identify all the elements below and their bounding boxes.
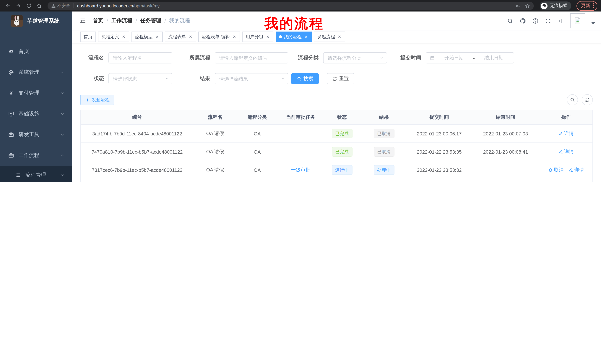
cancel-link[interactable]: 取消 — [549, 167, 564, 173]
close-tab-icon[interactable]: ✕ — [188, 35, 193, 39]
status-badge: 已完成 — [331, 147, 352, 157]
detail-link[interactable]: 详情 — [559, 130, 574, 137]
tab-发起流程[interactable]: 发起流程✕ — [314, 31, 345, 42]
filter-label-category: 流程分类 — [291, 55, 323, 61]
sidebar-item-infra[interactable]: 基础设施 — [0, 104, 72, 124]
breadcrumb-item[interactable]: 首页 — [93, 18, 103, 24]
close-tab-icon[interactable]: ✕ — [232, 35, 237, 39]
search-button[interactable]: 搜索 — [291, 73, 319, 84]
font-size-icon[interactable] — [558, 18, 564, 24]
browser-home-icon[interactable] — [35, 2, 43, 10]
detail-link[interactable]: 详情 — [559, 148, 574, 155]
process-def-input[interactable] — [215, 52, 288, 63]
sidebar-menu: 首页系统管理支付管理基础设施研发工具工作流程流程管理任务管理我的流程待办任务已办… — [0, 41, 72, 182]
column-header: 提交时间 — [407, 110, 471, 125]
cell-category: OA — [236, 125, 278, 143]
breadcrumb: 首页/工作流程/任务管理/我的流程 — [93, 18, 190, 24]
tag-bar: 首页流程定义✕流程模型✕流程表单✕流程表单-编辑✕用户分组✕我的流程✕发起流程✕ — [72, 30, 601, 43]
cell-status: 进行中 — [323, 161, 361, 179]
plus-icon — [85, 97, 90, 102]
address-bar[interactable]: 不安全 dashboard.yudao.iocoder.cn/bpm/task/… — [48, 2, 534, 10]
cell-result: 处理中 — [361, 161, 407, 179]
filter-label-result: 结果 — [180, 75, 215, 82]
reset-button[interactable]: 重置 — [327, 73, 354, 84]
sidebar-item-home[interactable]: 首页 — [0, 41, 72, 62]
filter-row-1: 流程名 所属流程 流程分类 提交时间 开始日期 - 结束日期 — [80, 52, 593, 63]
tab-用户分组[interactable]: 用户分组✕ — [242, 31, 273, 42]
close-tab-icon[interactable]: ✕ — [266, 35, 270, 39]
fullscreen-icon[interactable] — [545, 18, 551, 24]
url-text[interactable]: dashboard.yudao.iocoder.cn/bpm/task/my — [77, 3, 512, 8]
chevron-down-icon — [60, 173, 65, 177]
status-select[interactable] — [109, 73, 172, 84]
task-link[interactable]: 一级审批 — [291, 167, 310, 173]
sidebar-item-payment[interactable]: 支付管理 — [0, 83, 72, 104]
avatar-dropdown-icon[interactable] — [591, 22, 595, 25]
start-process-button[interactable]: 发起流程 — [80, 95, 114, 105]
sidebar-item-process-mgmt[interactable]: 流程管理 — [0, 166, 72, 182]
tab-流程表单-编辑[interactable]: 流程表单-编辑✕ — [198, 31, 240, 42]
close-tab-icon[interactable]: ✕ — [337, 35, 342, 39]
gauge-icon — [8, 49, 14, 55]
table-row: 7470a810-7b9b-11ec-b5b7-acde48001122OA 请… — [80, 143, 593, 161]
column-header: 操作 — [540, 110, 593, 125]
process-name-input[interactable] — [109, 52, 172, 63]
help-icon[interactable] — [532, 18, 539, 24]
close-tab-icon[interactable]: ✕ — [121, 35, 126, 39]
cell-end-time: 2022-01-23 00:07:03 — [471, 125, 540, 143]
tab-流程定义[interactable]: 流程定义✕ — [98, 31, 129, 42]
table-toolbar: 发起流程 — [80, 94, 593, 105]
cell-task — [278, 143, 323, 161]
breadcrumb-item[interactable]: 工作流程 — [111, 18, 132, 24]
warning-icon — [51, 3, 56, 8]
refresh-table-button[interactable] — [582, 94, 593, 105]
status-badge: 已取消 — [373, 129, 394, 138]
cell-name: OA 请假 — [194, 161, 236, 179]
toggle-search-button[interactable] — [567, 94, 578, 105]
process-table: 编号流程名流程分类当前审批任务状态结果提交时间结束时间操作 3ad174fb-7… — [80, 110, 593, 182]
edit-icon — [559, 131, 563, 136]
close-tab-icon[interactable]: ✕ — [304, 35, 308, 39]
browser-reload-icon[interactable] — [25, 2, 33, 10]
close-tab-icon[interactable]: ✕ — [155, 35, 159, 39]
cell-result: 已取消 — [361, 125, 407, 143]
browser-update-button[interactable]: 更新 — [576, 1, 597, 10]
search-icon[interactable] — [507, 18, 513, 24]
result-select[interactable] — [215, 73, 288, 84]
filter-label-process-name: 流程名 — [80, 55, 109, 61]
logo-row[interactable]: 芋道管理系统 — [0, 11, 72, 30]
category-select[interactable] — [323, 52, 387, 63]
tab-首页[interactable]: 首页 — [80, 31, 96, 42]
submit-time-range[interactable]: 开始日期 - 结束日期 — [426, 52, 514, 63]
github-icon[interactable] — [520, 18, 526, 24]
sidebar-item-workflow[interactable]: 工作流程 — [0, 145, 72, 166]
cell-status: 已完成 — [323, 179, 361, 182]
column-header: 结果 — [361, 110, 407, 125]
sidebar-item-system[interactable]: 系统管理 — [0, 62, 72, 83]
security-label[interactable]: 不安全 — [57, 3, 70, 9]
logo-image — [11, 15, 23, 27]
cell-name: OA 请假 — [194, 143, 236, 161]
cell-actions: 详情 — [540, 143, 593, 161]
sidebar-collapse-icon[interactable] — [80, 18, 86, 24]
avatar[interactable] — [570, 13, 585, 28]
password-key-icon[interactable] — [515, 3, 521, 8]
tab-流程表单[interactable]: 流程表单✕ — [165, 31, 196, 42]
bookmark-star-icon[interactable] — [525, 3, 530, 8]
browser-forward-icon[interactable] — [14, 2, 22, 10]
cell-result: 通过 — [361, 179, 407, 182]
browser-back-icon[interactable] — [4, 2, 12, 10]
detail-link[interactable]: 详情 — [569, 167, 584, 173]
status-badge: 进行中 — [331, 165, 352, 175]
tab-流程模型[interactable]: 流程模型✕ — [131, 31, 163, 42]
incognito-icon — [541, 2, 548, 9]
breadcrumb-item[interactable]: 任务管理 — [140, 18, 161, 24]
browser-menu-icon[interactable] — [593, 3, 594, 8]
end-date-placeholder[interactable]: 结束日期 — [478, 55, 510, 61]
start-date-placeholder[interactable]: 开始日期 — [438, 55, 470, 61]
page-content: 流程名 所属流程 流程分类 提交时间 开始日期 - 结束日期 — [72, 52, 601, 182]
cell-end-time — [471, 161, 540, 179]
sidebar-item-devtools[interactable]: 研发工具 — [0, 124, 72, 145]
search-icon — [297, 76, 302, 81]
tab-我的流程[interactable]: 我的流程✕ — [276, 31, 312, 42]
